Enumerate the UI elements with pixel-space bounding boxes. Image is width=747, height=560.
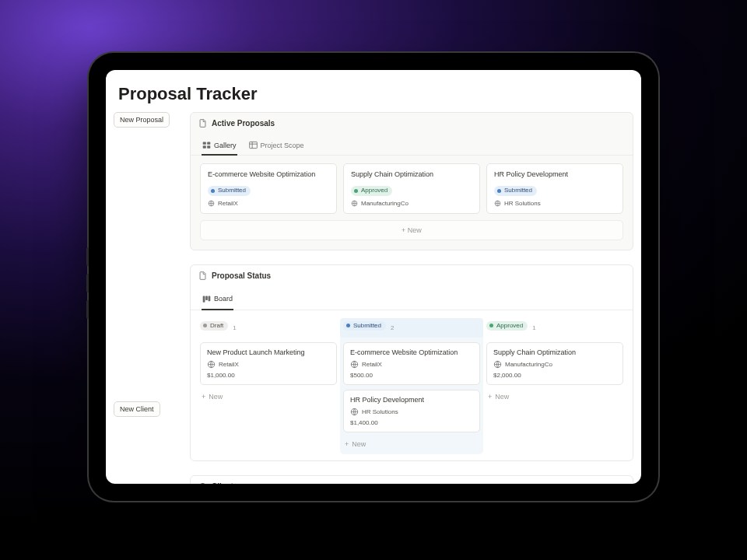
tab-project-scope[interactable]: Project Scope [248, 137, 305, 156]
proposal-title: E-commerce Website Optimization [208, 170, 329, 178]
card-client: RetailX [207, 360, 330, 369]
board-icon [202, 295, 211, 303]
active-proposals-panel: Active Proposals Gallery [190, 112, 633, 250]
status-badge: Submitted [343, 321, 386, 331]
svg-rect-2 [203, 145, 206, 148]
svg-rect-0 [203, 142, 206, 144]
card-client: RetailX [350, 360, 473, 369]
dot-icon [346, 324, 350, 327]
status-badge: Submitted [494, 186, 537, 195]
app-root: Proposal Tracker New Proposal New Client [106, 70, 641, 484]
svg-rect-9 [205, 296, 208, 300]
svg-rect-8 [203, 296, 205, 302]
card-price: $2,000.00 [493, 372, 616, 379]
status-badge: Submitted [208, 186, 251, 195]
plus-icon: + [345, 440, 349, 448]
layout: New Proposal New Client Active Proposals [106, 112, 641, 484]
svg-rect-4 [249, 142, 257, 148]
globe-icon [350, 360, 359, 369]
new-proposal-button[interactable]: New Proposal [114, 112, 170, 128]
globe-icon [351, 200, 358, 207]
proposal-status-header: Proposal Status [191, 265, 633, 286]
svg-rect-1 [207, 142, 210, 144]
dot-icon [354, 189, 358, 193]
tab-board-label: Board [214, 295, 233, 303]
proposal-status-tabs: Board [191, 286, 633, 310]
card-client: ManufacturingCo [493, 360, 616, 369]
globe-icon [494, 200, 501, 207]
proposal-card[interactable]: E-commerce Website Optimization Submitte… [200, 163, 337, 214]
proposal-client: HR Solutions [494, 200, 615, 207]
card-title: Supply Chain Optimization [493, 348, 616, 356]
globe-icon [198, 482, 207, 484]
board: Draft 1 New Product Launch Marketing Ret… [191, 310, 633, 460]
dot-icon [497, 189, 501, 193]
proposal-status-title: Proposal Status [212, 271, 271, 280]
board-column-submitted: Submitted 2 E-commerce Website Optimizat… [340, 318, 483, 454]
plus-icon: + [202, 393, 205, 401]
active-proposals-header: Active Proposals [191, 113, 633, 134]
clients-header: Clients [191, 476, 633, 484]
board-card[interactable]: Supply Chain Optimization ManufacturingC… [486, 342, 623, 385]
document-icon [198, 271, 207, 280]
clients-panel: Clients Gallery [190, 475, 633, 484]
globe-icon [208, 200, 215, 207]
board-column-draft: Draft 1 New Product Launch Marketing Ret… [200, 318, 337, 451]
plus-icon: + [488, 393, 492, 401]
proposal-client: ManufacturingCo [351, 200, 472, 207]
card-title: New Product Launch Marketing [207, 348, 330, 356]
new-proposal-row[interactable]: + New [200, 220, 623, 240]
card-price: $1,000.00 [207, 372, 330, 379]
main-column: Active Proposals Gallery [190, 112, 633, 484]
column-header[interactable]: Draft 1 [200, 318, 337, 338]
board-card[interactable]: E-commerce Website Optimization RetailX … [343, 342, 480, 385]
tab-gallery[interactable]: Gallery [202, 137, 237, 156]
tab-project-scope-label: Project Scope [261, 142, 304, 149]
card-title: HR Policy Development [350, 396, 473, 404]
tab-gallery-label: Gallery [214, 142, 237, 149]
card-title: E-commerce Website Optimization [350, 348, 473, 356]
dot-icon [203, 324, 207, 327]
add-card-button[interactable]: + New [343, 437, 480, 451]
column-header[interactable]: Submitted 2 [340, 318, 483, 338]
active-proposals-cards: E-commerce Website Optimization Submitte… [191, 156, 633, 220]
proposal-title: HR Policy Development [494, 170, 615, 178]
status-badge: Approved [351, 186, 392, 195]
add-card-button[interactable]: + New [200, 390, 337, 404]
card-price: $500.00 [350, 372, 473, 379]
column-count: 1 [532, 324, 535, 331]
add-card-button[interactable]: + New [486, 390, 623, 404]
tab-board[interactable]: Board [202, 292, 233, 310]
active-proposals-tabs: Gallery Project Scope [191, 134, 633, 156]
document-icon [198, 119, 207, 128]
page-title: Proposal Tracker [106, 84, 641, 112]
left-column: New Proposal New Client [114, 112, 182, 484]
status-badge: Approved [486, 321, 528, 331]
board-column-approved: Approved 1 Supply Chain Optimization Man… [486, 318, 623, 451]
active-proposals-title: Active Proposals [212, 119, 275, 128]
gallery-icon [202, 141, 211, 149]
proposal-title: Supply Chain Optimization [351, 170, 472, 178]
globe-icon [350, 408, 359, 416]
proposal-status-panel: Proposal Status Board [190, 264, 633, 461]
table-icon [249, 141, 258, 149]
proposal-card[interactable]: Supply Chain Optimization Approved Manuf… [343, 163, 480, 214]
card-price: $1,400.00 [350, 419, 473, 426]
status-badge: Draft [200, 321, 228, 331]
card-client: HR Solutions [350, 408, 473, 416]
svg-rect-10 [209, 296, 211, 301]
proposal-card[interactable]: HR Policy Development Submitted HR Solut… [486, 163, 623, 214]
globe-icon [493, 360, 502, 369]
globe-icon [207, 360, 216, 369]
board-card[interactable]: HR Policy Development HR Solutions $1,40… [343, 390, 480, 432]
dot-icon [489, 324, 493, 327]
proposal-client: RetailX [208, 200, 329, 207]
tablet-frame: Proposal Tracker New Proposal New Client [89, 53, 658, 501]
new-client-button[interactable]: New Client [114, 401, 160, 417]
screen: Proposal Tracker New Proposal New Client [106, 70, 641, 484]
column-header[interactable]: Approved 1 [486, 318, 623, 338]
column-count: 2 [391, 324, 394, 331]
column-count: 1 [233, 324, 236, 331]
board-card[interactable]: New Product Launch Marketing RetailX $1,… [200, 342, 337, 385]
svg-rect-3 [207, 145, 210, 148]
